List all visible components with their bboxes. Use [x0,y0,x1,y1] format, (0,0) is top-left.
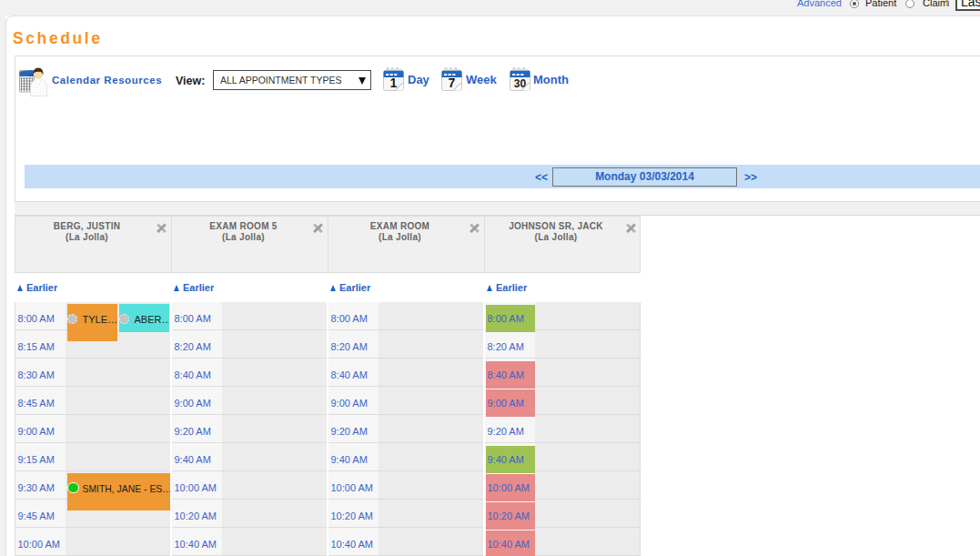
svg-text:1: 1 [390,76,398,90]
svg-text:7: 7 [449,76,456,90]
